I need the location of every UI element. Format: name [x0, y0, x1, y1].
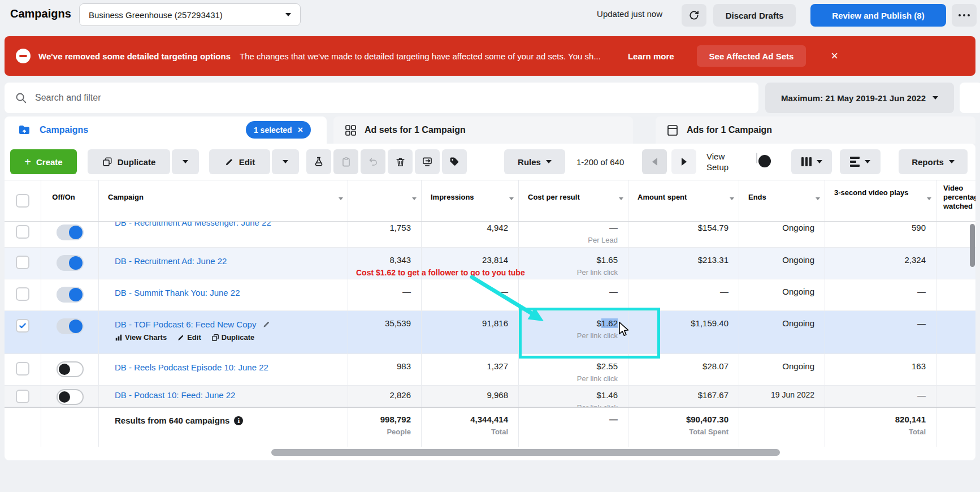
sort-caret-icon [730, 197, 734, 200]
total-ends [739, 408, 825, 447]
col-ends[interactable]: Ends [739, 180, 825, 221]
table-row-selected[interactable]: DB - TOF Podcast 6: Feed New Copy View C… [5, 311, 975, 354]
col-off-on[interactable]: Off/On [41, 180, 99, 221]
create-button[interactable]: + Create [10, 149, 77, 174]
cell-video-pct [936, 279, 975, 310]
mouse-cursor-icon [616, 321, 632, 338]
date-range-selector[interactable]: Maximum: 21 May 2019-21 Jun 2022 [765, 83, 954, 113]
review-and-publish-button[interactable]: Review and Publish (8) [810, 4, 946, 27]
delete-button[interactable] [388, 149, 413, 174]
selected-count-badge[interactable]: 1 selected × [246, 121, 311, 139]
info-icon[interactable]: i [234, 416, 243, 425]
export-button[interactable] [415, 149, 440, 174]
duplicate-button[interactable]: Duplicate [88, 149, 170, 174]
discard-drafts-button[interactable]: Discard Drafts [713, 4, 796, 27]
reports-button[interactable]: Reports [899, 149, 968, 174]
total-video-pct [936, 408, 975, 447]
banner-close-icon[interactable]: × [831, 49, 838, 63]
table-row[interactable]: DB - Podcast 10: Feed: June 22 2,826 9,9… [5, 386, 975, 407]
col-video-percentage-watched[interactable]: Video percentage watched [936, 180, 975, 221]
ab-test-button[interactable] [306, 149, 331, 174]
row-checkbox[interactable] [5, 279, 41, 310]
duplicate-action[interactable]: Duplicate [211, 333, 255, 342]
cell-results: 35,539 [348, 311, 422, 353]
col-cost-per-result[interactable]: Cost per result [519, 180, 628, 221]
row-checkbox[interactable] [5, 222, 41, 247]
edit-dropdown-button[interactable] [272, 149, 299, 174]
row-checkbox[interactable] [5, 248, 41, 279]
campaign-link[interactable]: DB - Podcast 10: Feed: June 22 [115, 390, 235, 400]
prev-page-button[interactable] [642, 149, 667, 174]
columns-button[interactable] [791, 149, 832, 174]
pencil-icon[interactable] [262, 320, 271, 329]
cell-cost-per-result: $1.46Per link click [519, 386, 628, 407]
learn-more-link[interactable]: Learn more [628, 51, 674, 61]
search-icon [15, 92, 27, 104]
see-affected-ad-sets-button[interactable]: See Affected Ad Sets [697, 45, 806, 67]
top-bar: Campaigns Business Greenhouse (257293431… [0, 0, 980, 29]
row-checkbox[interactable] [5, 386, 41, 407]
sort-caret-icon [816, 197, 820, 200]
edit-button[interactable]: Edit [209, 149, 270, 174]
row-checkbox-checked[interactable] [5, 311, 41, 353]
total-cost: — [519, 408, 628, 447]
edit-action[interactable]: Edit [177, 333, 201, 342]
vertical-scrollbar[interactable] [970, 224, 975, 267]
cell-cost-per-result-highlighted: $1.62 Per link click [519, 311, 628, 353]
rules-button-label: Rules [518, 157, 541, 167]
cell-video-plays: — [825, 311, 936, 353]
row-toggle-on[interactable] [41, 222, 99, 247]
campaign-link[interactable]: DB - Recruitment Ad: June 22 [115, 256, 227, 266]
table-row[interactable]: DB - Recruitment Ad Messenger: June 22 1… [5, 222, 975, 248]
tab-ad-sets[interactable]: Ad sets for 1 Campaign [333, 116, 633, 144]
cell-ends: Ongoing [739, 279, 825, 310]
totals-row: Results from 640 campaigns i 998,792Peop… [5, 407, 975, 447]
cell-ends: Ongoing [739, 222, 825, 247]
breakdown-button[interactable] [840, 149, 881, 174]
paste-button[interactable] [333, 149, 358, 174]
tag-button[interactable] [442, 149, 467, 174]
cell-video-plays: 163 [825, 354, 936, 385]
col-impressions[interactable]: Impressions [422, 180, 519, 221]
row-toggle-off[interactable] [41, 354, 99, 385]
campaign-link[interactable]: DB - Recruitment Ad Messenger: June 22 [115, 222, 271, 227]
col-results[interactable] [348, 180, 422, 221]
view-charts-action[interactable]: View Charts [115, 333, 167, 342]
campaign-link[interactable]: DB - Summit Thank You: June 22 [115, 288, 240, 297]
rules-button[interactable]: Rules [504, 149, 565, 174]
col-3-second-video-plays[interactable]: 3-second video plays [825, 180, 936, 221]
campaign-link[interactable]: DB - Reels Podcast Episode 10: June 22 [115, 362, 268, 372]
refresh-button[interactable] [682, 4, 706, 27]
undo-button[interactable] [361, 149, 385, 174]
updated-status: Updated just now [597, 9, 662, 19]
campaign-link[interactable]: DB - TOF Podcast 6: Feed New Copy [115, 320, 256, 329]
cell-video-plays: — [825, 279, 936, 310]
col-amount-spent[interactable]: Amount spent [628, 180, 739, 221]
pagination-range: 1-200 of 640 [576, 149, 624, 174]
row-toggle-off[interactable] [41, 386, 99, 407]
columns-icon [801, 157, 812, 166]
col-campaign[interactable]: Campaign [99, 180, 348, 221]
row-toggle-on[interactable] [41, 279, 99, 310]
sort-caret-icon [927, 197, 931, 200]
account-selector[interactable]: Business Greenhouse (257293431) [79, 3, 301, 26]
select-all-checkbox[interactable] [5, 180, 41, 221]
cell-ends: Ongoing [739, 311, 825, 353]
cell-video-plays: 2,324 [825, 248, 936, 279]
row-checkbox[interactable] [5, 354, 41, 385]
search-bar[interactable] [5, 83, 758, 113]
duplicate-dropdown-button[interactable] [172, 149, 199, 174]
next-page-button[interactable] [671, 149, 696, 174]
more-options-button[interactable] [952, 4, 977, 27]
badge-close-icon[interactable]: × [298, 125, 303, 135]
view-setup-toggle[interactable] [756, 153, 757, 178]
table-row[interactable]: DB - Reels Podcast Episode 10: June 22 9… [5, 354, 975, 386]
trash-icon [395, 157, 406, 167]
table-row[interactable]: DB - Summit Thank You: June 22 — — — — O… [5, 279, 975, 311]
tab-ads[interactable]: Ads for 1 Campaign [656, 116, 975, 144]
row-toggle-on[interactable] [41, 248, 99, 279]
horizontal-scrollbar[interactable] [271, 449, 780, 456]
search-input[interactable] [35, 93, 544, 103]
tab-campaigns[interactable]: Campaigns 1 selected × [5, 116, 327, 144]
row-toggle-on[interactable] [41, 311, 99, 353]
